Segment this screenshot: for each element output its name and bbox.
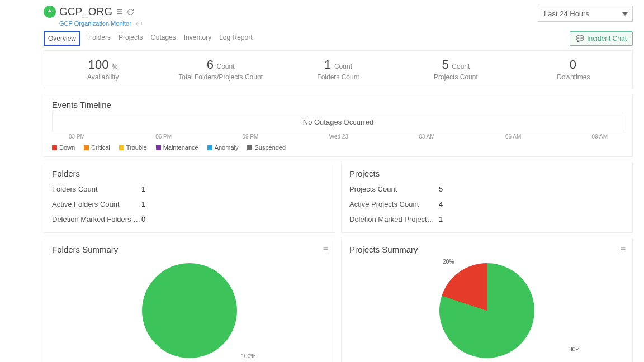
table-row: Folders Count1 [52, 182, 327, 197]
pie-slice-label: 80% [569, 346, 580, 353]
panel-title: Events Timeline [52, 100, 624, 109]
legend-item: Maintenance [156, 144, 198, 151]
pie-slice-label: 20% [443, 259, 454, 265]
panel-title: Folders [52, 169, 327, 178]
chat-icon: 💬 [576, 35, 584, 42]
stats-row: 100 %Availability6 CountTotal Folders/Pr… [44, 50, 633, 88]
tab-projects[interactable]: Projects [119, 31, 143, 46]
page-title: GCP_ORG [59, 6, 112, 18]
stat-card: 1 CountFolders Count [280, 51, 397, 88]
incident-chat-label: Incident Chat [587, 35, 627, 42]
tab-log-report[interactable]: Log Report [219, 31, 252, 46]
folders-summary-panel: Folders Summary ≡ 100% Active Folders Co… [44, 239, 335, 362]
tab-outages[interactable]: Outages [150, 31, 176, 46]
pie-slice-label: 100% [242, 353, 256, 359]
table-row: Deletion Marked Project…1 [349, 212, 624, 227]
timeline-legend: DownCriticalTroubleMaintenanceAnomalySus… [52, 144, 624, 151]
panel-title: Folders Summary [52, 245, 327, 254]
legend-item: Critical [84, 144, 110, 151]
projects-pie-chart [427, 251, 547, 362]
stat-card: 6 CountTotal Folders/Projects Count [162, 51, 279, 88]
projects-panel: Projects Projects Count5Active Projects … [341, 163, 633, 233]
projects-summary-panel: Projects Summary ≡ 20% 80% Active Projec… [341, 239, 633, 362]
legend-item: Down [52, 144, 75, 151]
folders-panel: Folders Folders Count1Active Folders Cou… [44, 163, 335, 233]
legend-item: Suspended [247, 144, 286, 151]
time-range-select[interactable]: Last 24 Hours [538, 6, 633, 22]
folders-pie-chart [142, 263, 237, 358]
table-row: Active Folders Count1 [52, 197, 327, 212]
events-timeline-panel: Events Timeline No Outages Occurred 03 P… [44, 94, 633, 157]
legend-item: Trouble [119, 144, 147, 151]
incident-chat-button[interactable]: 💬 Incident Chat [570, 31, 633, 46]
table-row: Projects Count5 [349, 182, 624, 197]
breadcrumb-link[interactable]: GCP Organization Monitor [59, 20, 131, 27]
status-up-icon [44, 6, 56, 18]
stat-card: 5 CountProjects Count [397, 51, 514, 88]
table-row: Deletion Marked Folders …0 [52, 212, 327, 227]
tab-bar: OverviewFoldersProjectsOutagesInventoryL… [44, 31, 253, 46]
chart-menu-icon[interactable]: ≡ [621, 245, 626, 255]
timeline-message: No Outages Occurred [52, 113, 624, 131]
tab-folders[interactable]: Folders [88, 31, 111, 46]
chart-menu-icon[interactable]: ≡ [323, 245, 328, 255]
panel-title: Projects [349, 169, 624, 178]
stat-card: 100 %Availability [44, 51, 162, 88]
menu-icon[interactable] [116, 8, 124, 16]
stat-card: 0 Downtimes [515, 51, 632, 88]
refresh-icon[interactable] [127, 8, 134, 16]
table-row: Active Projects Count4 [349, 197, 624, 212]
tab-overview[interactable]: Overview [44, 31, 80, 46]
panel-title: Projects Summary [349, 245, 624, 254]
tab-inventory[interactable]: Inventory [184, 31, 211, 46]
tag-icon[interactable]: 🏷 [136, 20, 142, 27]
legend-item: Anomaly [207, 144, 239, 151]
timeline-axis: 03 PM06 PM09 PMWed 2303 AM06 AM09 AM [52, 134, 624, 140]
